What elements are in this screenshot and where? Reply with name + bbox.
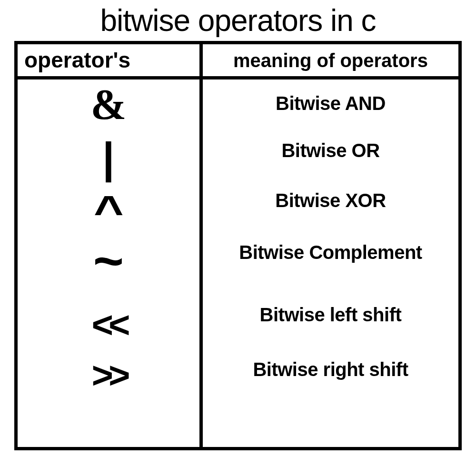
operator-symbol: ~: [18, 235, 199, 287]
operator-symbol: ^: [93, 190, 123, 233]
page-title: bitwise operators in c: [0, 0, 476, 38]
operators-column: & | ^ ~ << >>: [18, 79, 203, 447]
operator-meaning: Bitwise right shift: [203, 359, 458, 380]
operator-symbol: >>: [18, 357, 199, 394]
table-body: & | ^ ~ << >> Bitwise AND Bitwise OR Bit…: [18, 79, 458, 447]
meanings-column: Bitwise AND Bitwise OR Bitwise XOR Bitwi…: [203, 79, 458, 447]
header-meaning: meaning of operators: [203, 44, 458, 76]
header-operators: operator's: [18, 44, 203, 76]
operator-meaning: Bitwise left shift: [203, 304, 458, 326]
table-header-row: operator's meaning of operators: [18, 44, 458, 79]
operator-meaning: Bitwise Complement: [203, 242, 458, 263]
operator-symbol: |: [18, 137, 199, 179]
operator-meaning: Bitwise AND: [203, 93, 458, 114]
operators-table: operator's meaning of operators & | ^ ~ …: [14, 41, 462, 450]
operator-symbol: <<: [18, 306, 199, 343]
operator-symbol: &: [18, 83, 199, 126]
operator-meaning: Bitwise OR: [203, 140, 458, 161]
operator-meaning: Bitwise XOR: [203, 190, 458, 211]
